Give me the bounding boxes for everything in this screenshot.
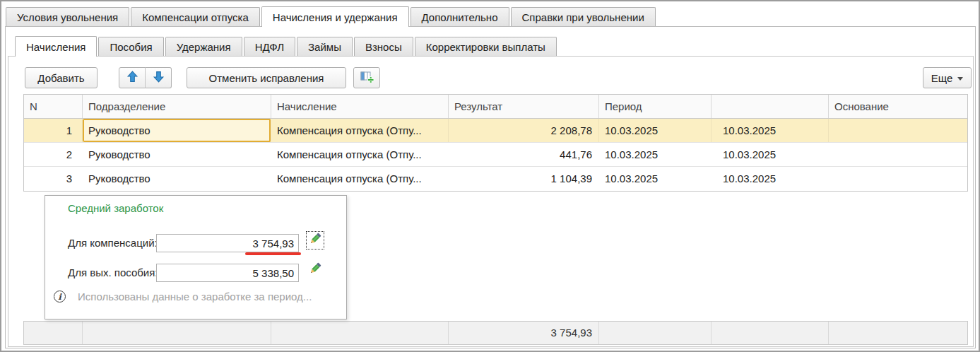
average-earnings-panel: Средний заработок Для компенсаций: Для в…	[45, 195, 347, 319]
table-row[interactable]: 2РуководствоКомпенсация отпуска (Отпу...…	[24, 143, 967, 167]
cell-accrual[interactable]: Компенсация отпуска (Отпу...	[271, 119, 449, 142]
tab-section-2[interactable]: Пособия	[98, 37, 163, 56]
footer-period	[599, 322, 712, 344]
cell-result[interactable]: 1 104,39	[449, 167, 599, 191]
cell-period[interactable]: 10.03.2025	[599, 119, 712, 142]
info-icon: i	[54, 291, 66, 303]
header-period[interactable]: Период	[599, 95, 712, 118]
footer-accrual	[271, 322, 449, 344]
for-compensation-input[interactable]	[156, 234, 299, 252]
footer-result: 3 754,93	[449, 322, 599, 344]
header-accrual[interactable]: Начисление	[271, 95, 449, 118]
header-basis[interactable]: Основание	[829, 95, 967, 118]
document-tabs: Условия увольненияКомпенсации отпускаНач…	[6, 6, 657, 26]
cell-department[interactable]: Руководство	[83, 143, 271, 166]
tab-section-3[interactable]: Удержания	[165, 37, 242, 56]
cell-department[interactable]: Руководство	[83, 167, 271, 191]
cell-date2[interactable]: 10.03.2025	[712, 143, 829, 166]
tab-doc-1[interactable]: Условия увольнения	[6, 7, 129, 26]
more-button[interactable]: Еще	[923, 67, 972, 88]
tab-doc-2[interactable]: Компенсации отпуска	[131, 7, 260, 26]
section-tabs: НачисленияПособияУдержанияНДФЛЗаймыВзнос…	[15, 36, 558, 56]
cell-basis[interactable]	[829, 143, 967, 166]
pencil-icon	[308, 232, 322, 249]
move-up-button[interactable]	[119, 67, 146, 88]
cell-accrual[interactable]: Компенсация отпуска (Отпу...	[271, 143, 449, 166]
cell-period[interactable]: 10.03.2025	[599, 143, 712, 166]
change-form-button[interactable]	[353, 67, 380, 88]
add-button[interactable]: Добавить	[25, 67, 98, 88]
table-header-row: NПодразделениеНачислениеРезультатПериодО…	[24, 95, 967, 119]
footer-basis	[829, 322, 967, 344]
table-row[interactable]: 1РуководствоКомпенсация отпуска (Отпу...…	[24, 119, 967, 143]
cell-result[interactable]: 441,76	[449, 143, 599, 166]
tab-section-4[interactable]: НДФЛ	[244, 37, 295, 56]
cell-n[interactable]: 3	[24, 167, 83, 191]
tab-doc-3[interactable]: Начисления и удержания	[261, 6, 409, 27]
undo-corrections-button[interactable]: Отменить исправления	[187, 67, 346, 88]
move-down-button[interactable]	[145, 67, 172, 88]
more-button-label: Еще	[931, 72, 953, 84]
tab-doc-5[interactable]: Справки при увольнении	[511, 7, 656, 26]
edit-compensation-button[interactable]	[306, 231, 324, 250]
cell-basis[interactable]	[829, 167, 967, 191]
up-arrow-icon	[126, 71, 138, 85]
dropdown-arrow-icon	[957, 77, 963, 81]
earnings-period-info: Использованы данные о заработке за перио…	[78, 291, 312, 303]
red-underline-annotation	[245, 252, 301, 255]
cell-date2[interactable]: 10.03.2025	[712, 119, 829, 142]
header-department[interactable]: Подразделение	[83, 95, 271, 118]
for-compensation-label: Для компенсаций:	[68, 234, 158, 252]
cell-n[interactable]: 2	[24, 143, 83, 166]
tab-doc-4[interactable]: Дополнительно	[411, 7, 509, 26]
tab-section-6[interactable]: Взносы	[354, 37, 413, 56]
cell-period[interactable]: 10.03.2025	[599, 167, 712, 191]
for-severance-label: Для вых. пособия:	[68, 264, 158, 282]
cell-n[interactable]: 1	[24, 119, 83, 142]
footer-department	[83, 322, 271, 344]
average-earnings-title: Средний заработок	[68, 202, 163, 214]
table-row[interactable]: 3РуководствоКомпенсация отпуска (Отпу...…	[24, 167, 967, 191]
footer-n	[24, 322, 83, 344]
edit-severance-button[interactable]	[306, 261, 324, 279]
tab-section-1[interactable]: Начисления	[15, 36, 97, 57]
cell-accrual[interactable]: Компенсация отпуска (Отпу...	[271, 167, 449, 191]
table-add-icon	[360, 70, 374, 86]
cell-basis[interactable]	[829, 119, 967, 142]
window: Условия увольненияКомпенсации отпускаНач…	[0, 0, 980, 352]
header-result[interactable]: Результат	[449, 95, 599, 118]
tab-section-5[interactable]: Займы	[297, 37, 353, 56]
header-date2[interactable]	[712, 95, 829, 118]
footer-date2	[712, 322, 829, 344]
cell-department[interactable]: Руководство	[83, 119, 271, 142]
accruals-table: NПодразделениеНачислениеРезультатПериодО…	[23, 94, 968, 192]
for-severance-input[interactable]	[156, 264, 299, 282]
cell-result[interactable]: 2 208,78	[449, 119, 599, 142]
cell-date2[interactable]: 10.03.2025	[712, 167, 829, 191]
table-body: 1РуководствоКомпенсация отпуска (Отпу...…	[24, 119, 967, 191]
table-footer-row: 3 754,93	[23, 321, 968, 345]
header-n[interactable]: N	[24, 95, 83, 118]
down-arrow-icon	[153, 71, 165, 85]
tab-section-7[interactable]: Корректировки выплаты	[415, 37, 557, 56]
pencil-icon	[308, 262, 322, 278]
